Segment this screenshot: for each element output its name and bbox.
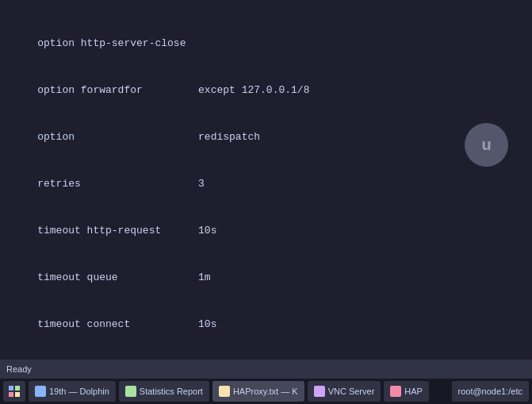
line-4: retries 3 bbox=[10, 176, 522, 192]
taskbar-dolphin[interactable]: 19th — Dolphin bbox=[29, 381, 116, 402]
system-tray-text: root@node1:/etc bbox=[458, 387, 523, 396]
line-3: option redispatch bbox=[10, 129, 522, 145]
code-content: option http-server-close option forwardf… bbox=[0, 5, 532, 360]
start-icon bbox=[9, 386, 20, 397]
statistics-icon bbox=[125, 386, 136, 397]
taskbar: 19th — Dolphin Statistics Report HAProxy… bbox=[0, 379, 532, 404]
start-button[interactable] bbox=[3, 381, 25, 402]
line-5: timeout http-request 10s bbox=[10, 223, 522, 239]
svg-rect-0 bbox=[9, 386, 13, 391]
system-tray: root@node1:/etc bbox=[452, 381, 530, 402]
dolphin-icon bbox=[35, 386, 46, 397]
hap-icon bbox=[390, 386, 401, 397]
editor: option http-server-close option forwardf… bbox=[0, 0, 532, 360]
status-text: Ready bbox=[6, 364, 32, 374]
taskbar-hap2-label: HAP bbox=[404, 387, 423, 396]
haproxy-icon bbox=[219, 386, 230, 397]
svg-rect-2 bbox=[9, 392, 13, 397]
taskbar-dolphin-label: 19th — Dolphin bbox=[49, 387, 109, 396]
taskbar-vnc-label: VNC Server bbox=[328, 387, 375, 396]
line-1: option http-server-close bbox=[10, 36, 522, 52]
taskbar-hap2[interactable]: HAP bbox=[384, 381, 429, 402]
svg-rect-1 bbox=[15, 386, 20, 391]
status-bar: Ready bbox=[0, 360, 532, 379]
taskbar-statistics-label: Statistics Report bbox=[140, 387, 203, 396]
taskbar-statistics[interactable]: Statistics Report bbox=[119, 381, 209, 402]
svg-rect-3 bbox=[15, 392, 20, 397]
line-7: timeout connect 10s bbox=[10, 317, 522, 333]
taskbar-haproxy-label: HAProxy.txt — K bbox=[233, 387, 298, 396]
line-6: timeout queue 1m bbox=[10, 270, 522, 286]
avatar: u bbox=[465, 123, 508, 167]
taskbar-haproxy[interactable]: HAProxy.txt — K bbox=[212, 381, 304, 402]
taskbar-vnc[interactable]: VNC Server bbox=[308, 381, 381, 402]
line-2: option forwardfor except 127.0.0.1/8 bbox=[10, 83, 522, 98]
vnc-icon bbox=[314, 386, 325, 397]
